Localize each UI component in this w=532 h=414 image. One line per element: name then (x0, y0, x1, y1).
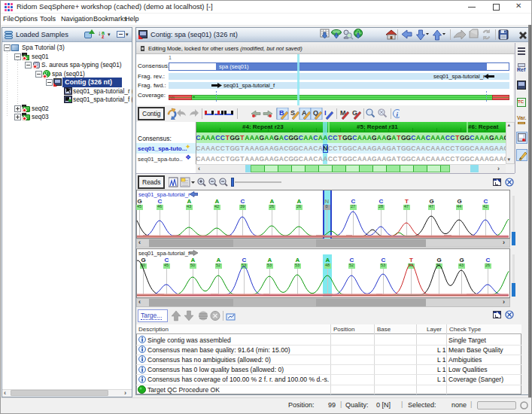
svg-text:I: I (324, 109, 327, 117)
